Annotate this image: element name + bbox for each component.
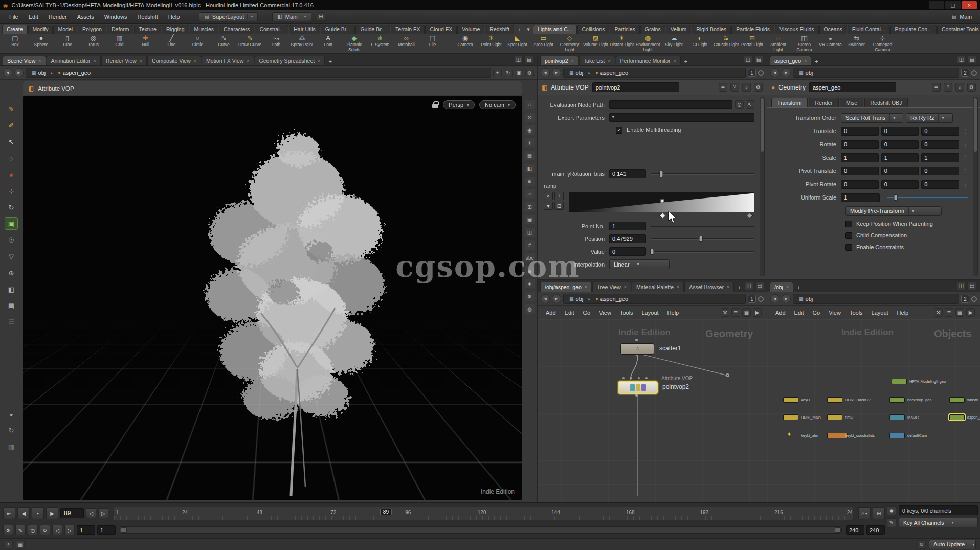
lighting-icon[interactable]: ☀	[525, 138, 535, 147]
tool-sky-light[interactable]: ☁ Sky Light	[661, 34, 687, 53]
anim-options-icon[interactable]: ⚙	[3, 525, 13, 535]
slider-handle[interactable]	[660, 171, 663, 177]
close-button[interactable]: ×	[962, 1, 977, 9]
link-ring-icon[interactable]	[758, 70, 764, 76]
input-connector[interactable]	[635, 339, 638, 341]
snap-tool-icon[interactable]: ▽	[5, 251, 17, 262]
current-frame-field[interactable]: 89	[60, 508, 84, 518]
ladder-handle-icon[interactable]: ⋮	[963, 155, 968, 161]
network-menu-item[interactable]: Edit	[790, 308, 808, 317]
shelf-tab[interactable]: Populate Con...	[890, 25, 937, 34]
tool-l-system[interactable]: ⋔ L-System	[367, 34, 393, 53]
list-display-icon[interactable]: ≣	[525, 266, 535, 275]
breadcrumb[interactable]: ●aspen_geo	[586, 296, 631, 302]
point-no-field[interactable]: 1	[609, 222, 646, 230]
pane-menu-icon[interactable]: ▤	[968, 281, 976, 290]
play-button[interactable]: ▶	[46, 507, 58, 519]
tool-spot-light[interactable]: ◣ Spot Light	[504, 34, 530, 53]
network-node[interactable]: aspen_ge	[949, 414, 965, 420]
network-menu-item[interactable]: Layout	[867, 308, 893, 317]
shelf-tab[interactable]: Cloud FX	[425, 25, 457, 34]
new-pane-tab-button[interactable]: +	[681, 57, 691, 65]
shelf-tab[interactable]: Vellum	[666, 25, 692, 34]
path-field[interactable]: ▦obj	[793, 68, 959, 78]
pane-menu-icon[interactable]: ▤	[755, 281, 764, 290]
pose-tool-icon[interactable]: ☉	[5, 234, 17, 246]
secure-selection-icon[interactable]: ●	[5, 169, 17, 180]
network-menu-item[interactable]: Go	[809, 308, 825, 317]
tool-point-light[interactable]: ✳ Point Light	[478, 34, 504, 53]
ramp-gradient[interactable]	[569, 192, 754, 212]
menu-item[interactable]: Edit	[24, 12, 43, 21]
shelf-tab[interactable]: Viscous Fluids	[775, 25, 819, 34]
close-tab-icon[interactable]: ×	[804, 58, 807, 63]
attribute-display-icon[interactable]: abc	[525, 253, 535, 262]
slider-handle[interactable]	[699, 236, 702, 242]
shelf-tab[interactable]: Deform	[107, 25, 133, 34]
jump-to-start-button[interactable]: ⇤	[3, 507, 15, 519]
network-list-icon[interactable]: ≣	[945, 308, 953, 317]
ramp-point-handle[interactable]	[747, 212, 753, 219]
shelf-tab[interactable]: Modify	[28, 25, 53, 34]
viewport-3d[interactable]: Persp▾ No cam▾ Indie Edition	[23, 96, 522, 500]
tool-circle[interactable]: ○ Circle	[185, 34, 211, 53]
search-icon[interactable]: ⌕	[955, 83, 964, 92]
param-scrollbar[interactable]	[973, 97, 978, 276]
grid-toggle-icon[interactable]: ▦	[5, 441, 17, 452]
modify-pretransform-select[interactable]: Modify Pre-Transform▾	[845, 206, 942, 216]
camera-lock-icon[interactable]	[432, 104, 438, 108]
menu-item[interactable]: Windows	[99, 12, 132, 21]
menu-item[interactable]: Help	[163, 12, 185, 21]
folder-tab[interactable]: Transform	[771, 98, 808, 107]
tool-line[interactable]: ╱ Line	[159, 34, 185, 53]
link-badge[interactable]: 1	[748, 295, 756, 303]
close-tab-icon[interactable]: ×	[247, 58, 249, 63]
network-menu-item[interactable]: Go	[579, 308, 595, 317]
normals-display-icon[interactable]: ◈	[525, 279, 535, 288]
shelf-tab[interactable]: Lights and C...	[533, 25, 577, 34]
back-button[interactable]: ◀	[770, 294, 779, 303]
shade-mode-icon[interactable]: ◧	[525, 164, 535, 173]
new-pane-tab-button[interactable]: +	[325, 57, 335, 65]
back-button[interactable]: ◀	[541, 294, 550, 303]
vector-component-field[interactable]: 0	[921, 127, 959, 136]
link-ring-icon[interactable]	[971, 70, 977, 76]
network-node[interactable]: MXDR	[889, 414, 905, 420]
link-badge[interactable]: 1	[748, 69, 756, 77]
shelf-tab[interactable]: Grains	[640, 25, 665, 34]
step-forward-icon[interactable]: ▷	[64, 525, 75, 535]
menu-item[interactable]: Assets	[72, 12, 99, 21]
network-node[interactable]: backdrop_geo	[889, 397, 905, 403]
pane-tab[interactable]: Asset Browser×	[684, 282, 734, 292]
menu-item[interactable]: Render	[43, 12, 72, 21]
vr-view-icon[interactable]: ◒	[5, 408, 17, 420]
node-scatter1[interactable]: ∴	[620, 343, 654, 355]
network-canvas-geometry[interactable]: Indie Edition Geometry ∴ scatter1 Attrib…	[538, 319, 767, 502]
shelf-tab[interactable]: Volume	[457, 25, 484, 34]
key-all-channels-select[interactable]: Key All Channels▾	[899, 518, 978, 527]
pane-split-icon[interactable]: ◫	[514, 55, 523, 64]
pane-split-icon[interactable]: ◫	[744, 55, 752, 64]
search-icon[interactable]: ⌕	[742, 83, 751, 92]
vector-component-field[interactable]: 1	[921, 153, 959, 162]
maximize-button[interactable]: ▢	[945, 1, 961, 9]
node-body[interactable]	[783, 414, 798, 420]
vector-component-field[interactable]: 1	[881, 153, 919, 162]
pane-tab[interactable]: Scene View×	[3, 56, 46, 65]
network-tools-icon[interactable]: ⚒	[934, 308, 943, 317]
rotate-order-select[interactable]: Rx Ry Rz▾	[906, 113, 953, 123]
minimize-button[interactable]: —	[929, 1, 944, 9]
tool-distant-light[interactable]: ☀ Distant Light	[609, 34, 635, 53]
new-pane-tab-button[interactable]: +	[812, 57, 821, 65]
help-icon[interactable]: ?	[730, 83, 739, 92]
network-play-icon[interactable]: ▶	[966, 308, 975, 317]
ramp-add-point-button[interactable]: +	[554, 192, 564, 200]
gear-icon[interactable]: ⚙	[754, 83, 763, 92]
layout-indicator-icon[interactable]: ▦	[16, 540, 25, 549]
close-tab-icon[interactable]: ×	[677, 284, 679, 290]
pane-menu-icon[interactable]: ▤	[754, 55, 763, 64]
move-tool-icon[interactable]: ⊹	[5, 185, 17, 196]
pane-tab[interactable]: Animation Editor×	[47, 56, 101, 65]
shelf-tab[interactable]: Guide Br...	[355, 25, 390, 34]
pane-menu-icon[interactable]: ▤	[525, 55, 533, 64]
